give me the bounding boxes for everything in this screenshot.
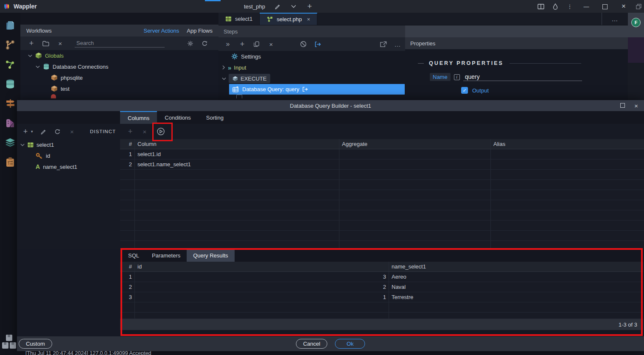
- tab-sorting[interactable]: Sorting: [199, 111, 231, 124]
- tab-select-php[interactable]: select.php ×: [260, 13, 317, 25]
- styles-icon[interactable]: [3, 116, 17, 130]
- step-label: EXECUTE: [241, 75, 266, 82]
- ok-button[interactable]: Ok: [335, 339, 365, 349]
- step-input[interactable]: » Input: [218, 62, 405, 73]
- tree-table-select1[interactable]: select1: [17, 139, 120, 150]
- collapse-steps-icon[interactable]: »: [224, 40, 232, 48]
- tab-columns[interactable]: Columns: [120, 111, 157, 124]
- cancel-button[interactable]: Cancel: [296, 339, 327, 349]
- layers-icon[interactable]: [3, 136, 17, 149]
- delete-action-icon[interactable]: ×: [56, 39, 64, 48]
- output-step-icon[interactable]: [314, 40, 322, 48]
- custom-button[interactable]: Custom: [19, 339, 52, 349]
- disable-step-icon[interactable]: [299, 40, 308, 48]
- app-logo: Wappler: [0, 3, 37, 10]
- tab-select1[interactable]: select1: [218, 13, 260, 25]
- tab-conditions[interactable]: Conditions: [157, 111, 198, 124]
- add-folder-icon[interactable]: [42, 39, 50, 48]
- remove-table-icon[interactable]: ×: [68, 127, 76, 136]
- columns-grid-row[interactable]: 1 select1.id: [120, 149, 644, 159]
- steps-more-icon[interactable]: …: [393, 40, 402, 48]
- theme-droplet-icon[interactable]: [548, 0, 563, 13]
- tab-app-flows[interactable]: App Flows: [187, 28, 213, 34]
- empty-grid-row[interactable]: [120, 231, 644, 241]
- empty-grid-row[interactable]: [120, 180, 644, 190]
- git-icon[interactable]: [3, 38, 17, 52]
- empty-grid-row[interactable]: [120, 221, 644, 231]
- tree-item-database-connections[interactable]: Database Connections: [20, 61, 218, 72]
- tree-item-phpsqlite[interactable]: phpsqlite: [20, 72, 218, 83]
- kebab-menu-icon[interactable]: ⋮: [563, 0, 577, 13]
- rename-project-icon[interactable]: [274, 3, 281, 10]
- refresh-schema-icon[interactable]: [53, 127, 62, 136]
- add-table-icon[interactable]: +: [21, 127, 30, 136]
- aggregate-cell: [339, 149, 491, 159]
- wappler-logo-icon: [3, 3, 11, 10]
- clipped-icon: [236, 95, 242, 98]
- empty-grid-row[interactable]: [120, 170, 644, 180]
- tree-field-id[interactable]: id: [17, 150, 120, 161]
- primary-key-icon: [36, 153, 43, 159]
- info-icon[interactable]: i: [454, 74, 460, 80]
- search-input[interactable]: [75, 39, 165, 48]
- add-step-icon[interactable]: +: [238, 40, 246, 48]
- split-view-icon[interactable]: [534, 0, 548, 13]
- aggregate-cell: [339, 159, 491, 169]
- app-name: Wappler: [14, 3, 37, 10]
- tasks-icon[interactable]: [3, 155, 17, 169]
- tree-field-name-select1[interactable]: A name_select1: [17, 161, 120, 172]
- minimize-button[interactable]: —: [577, 0, 596, 13]
- tree-item-test[interactable]: test: [20, 83, 218, 94]
- restore-window-icon[interactable]: [633, 0, 644, 13]
- routes-icon[interactable]: [3, 97, 17, 110]
- delete-step-icon[interactable]: ×: [267, 40, 275, 48]
- distinct-toggle[interactable]: DISTINCT: [90, 129, 116, 134]
- dialog-close-icon[interactable]: ×: [634, 102, 638, 109]
- app-connect-icon[interactable]: [3, 58, 17, 71]
- empty-grid-row[interactable]: [120, 200, 644, 210]
- maximize-button[interactable]: [596, 0, 614, 13]
- tree-item-label: Database Connections: [53, 64, 109, 70]
- refresh-icon[interactable]: [200, 39, 209, 48]
- project-dropdown-icon[interactable]: [290, 3, 297, 10]
- columns-grid-row[interactable]: 2 select1.name_select1: [120, 159, 644, 170]
- close-tab-icon[interactable]: ×: [307, 16, 310, 22]
- step-execute[interactable]: EXECUTE: [218, 73, 405, 84]
- pages-icon[interactable]: [3, 19, 17, 32]
- settings-gear-icon[interactable]: [186, 39, 194, 48]
- close-button[interactable]: ×: [614, 0, 633, 13]
- row-number: 1: [120, 149, 135, 159]
- file-tabstrip: select1 select.php × …: [218, 13, 628, 25]
- section-line: [510, 63, 581, 64]
- tree-label: name_select1: [43, 164, 77, 170]
- query-table-icon: [232, 86, 239, 92]
- col-header: Alias: [491, 139, 644, 149]
- tab-label: select1: [235, 16, 252, 22]
- empty-grid-row[interactable]: [120, 190, 644, 200]
- add-column-icon[interactable]: +: [126, 127, 134, 136]
- name-field[interactable]: [463, 73, 582, 81]
- tab-server-actions[interactable]: Server Actions: [143, 28, 179, 34]
- open-in-browser-icon[interactable]: [379, 40, 387, 48]
- edit-table-icon[interactable]: [39, 127, 48, 136]
- project-title: test_php: [244, 3, 265, 10]
- new-project-icon[interactable]: +: [306, 3, 314, 10]
- dialog-maximize-icon[interactable]: [620, 103, 625, 108]
- add-table-caret-icon[interactable]: ▾: [31, 129, 33, 134]
- tree-item-label: test: [61, 86, 70, 92]
- active-project-indicator: [205, 0, 221, 1]
- step-settings[interactable]: Settings: [218, 51, 405, 62]
- execute-cube-icon: [232, 76, 238, 81]
- remove-column-icon[interactable]: ×: [140, 127, 149, 136]
- step-database-query-selected[interactable]: Database Query: query: [229, 84, 405, 95]
- empty-grid-row[interactable]: [120, 210, 644, 221]
- packages-icon[interactable]: [2, 333, 19, 352]
- database-manager-icon[interactable]: [3, 77, 17, 91]
- copy-step-icon[interactable]: [252, 40, 261, 48]
- user-avatar[interactable]: F: [631, 18, 641, 27]
- output-checkbox[interactable]: ✓: [461, 87, 468, 94]
- tabstrip-more-button[interactable]: …: [602, 13, 628, 25]
- tree-item-globals[interactable]: Globals: [20, 50, 218, 61]
- add-action-icon[interactable]: +: [27, 39, 36, 48]
- dialog-toolbar: + ▾ × DISTINCT + ×: [17, 124, 644, 139]
